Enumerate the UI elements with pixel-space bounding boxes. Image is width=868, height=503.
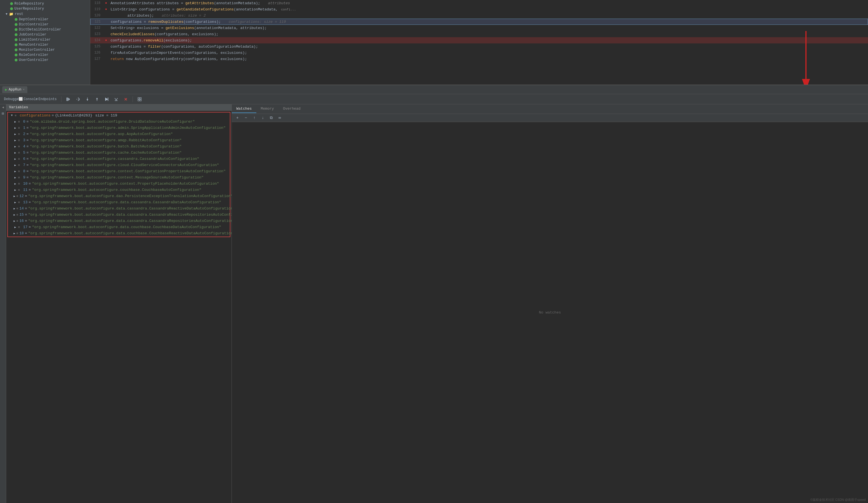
run-icon: ▶ [5,87,7,92]
var-item-7[interactable]: ▶ ≡ 7 = "org.springframework.boot.autoco… [8,162,230,168]
tree-item[interactable]: DictDetailController [0,27,90,32]
tree-item[interactable]: MonitorController [0,48,90,52]
copy-watch-btn[interactable]: ⧉ [268,115,275,121]
var-type-icon: ≡ [15,114,19,117]
add-watch-btn[interactable]: + [234,115,241,121]
var-icon: ≡ [18,120,22,124]
apprun-tab[interactable]: ▶ AppRun × [2,86,27,93]
breakpoint-icon: ● [105,7,107,11]
var-value: "org.springframework.boot.autoconfigure.… [28,212,231,217]
expand-icon[interactable]: ▶ [13,139,17,142]
remove-watch-btn[interactable]: − [242,115,249,121]
expand-icon[interactable]: ▶ [13,126,17,130]
var-item-17[interactable]: ▶ ≡ 17 = "org.springframework.boot.autoc… [8,224,230,230]
stop-btn[interactable] [122,96,130,103]
debugger-toolbar: Debugger ⬜ Console ⚡ Endpoints [0,94,868,104]
expand-icon[interactable]: ▶ [13,213,15,217]
runtoframe-btn[interactable] [103,96,111,103]
var-value: "org.springframework.boot.autoconfigure.… [28,206,231,211]
var-item-12[interactable]: ▶ ≡ 12 = "org.springframework.boot.autoc… [8,193,230,199]
endpoints-btn[interactable]: ⚡ Endpoints [34,96,58,103]
var-icon: ≡ [16,195,18,198]
tree-item[interactable]: RoleController [0,52,90,57]
grid-view-btn[interactable] [136,96,144,103]
var-item-2[interactable]: ▶ ≡ 2 = "org.springframework.boot.autoco… [8,131,230,137]
var-value: "org.springframework.boot.autoconfigure.… [28,231,231,235]
var-eq: = [25,194,27,198]
var-item-0[interactable]: ▶ ≡ 0 = "com.alibaba.druid.spring.boot.a… [8,119,230,125]
stepover-btn[interactable] [74,96,82,103]
variable-root[interactable]: ▼ ≡ configurations = {LinkedList@4263} s… [8,113,230,119]
watches-panel: Watches Memory Overhead + − ↑ [232,104,868,503]
dropframe-btn[interactable] [112,96,120,103]
tree-item[interactable]: LimitController [0,37,90,42]
stepinto-btn[interactable] [83,96,91,103]
apprun-tab-label: AppRun [9,88,21,92]
tree-folder[interactable]: ▼ 📁 rest [0,11,90,17]
tab-close-icon[interactable]: × [23,88,25,91]
var-item-11[interactable]: ▶ ≡ 11 = "org.springframework.boot.autoc… [8,187,230,193]
class-icon [15,18,18,21]
var-item-6[interactable]: ▶ ≡ 6 = "org.springframework.boot.autoco… [8,156,230,162]
var-item-4[interactable]: ▶ ≡ 4 = "org.springframework.boot.autoco… [8,144,230,150]
move-up-btn[interactable]: ↑ [251,115,258,121]
expand-icon[interactable]: ▶ [13,151,17,155]
tree-item-label: MenuController [19,43,49,47]
auto-watch-btn[interactable]: ∞ [276,115,283,121]
var-item-13[interactable]: ▶ ≡ 13 = "org.springframework.boot.autoc… [8,199,230,206]
var-item-16[interactable]: ▶ ≡ 16 = "org.springframework.boot.autoc… [8,218,230,224]
var-item-8[interactable]: ▶ ≡ 8 = "org.springframework.boot.autoco… [8,168,230,175]
collapse-button[interactable]: ◀ [2,105,4,109]
var-item-1[interactable]: ▶ ≡ 1 = "org.springframework.boot.autoco… [8,125,230,131]
tab-memory[interactable]: Memory [256,105,279,113]
tree-item[interactable]: UserController [0,57,90,63]
tree-item[interactable]: UserRepository [0,6,90,11]
expand-icon[interactable]: ▶ [13,207,15,210]
line-number: 119 [90,7,104,11]
expand-icon[interactable]: ▶ [13,133,17,136]
var-item-14[interactable]: ▶ ≡ 14 = "org.springframework.boot.autoc… [8,206,230,212]
var-item-9[interactable]: ▶ ≡ 9 = "org.springframework.boot.autoco… [8,175,230,181]
var-eq: = [27,132,29,136]
expand-icon[interactable]: ▶ [13,201,17,204]
filter-icon[interactable]: ⊟ [2,111,4,116]
var-item-3[interactable]: ▶ ≡ 3 = "org.springframework.boot.autoco… [8,137,230,144]
expand-icon[interactable]: ▶ [13,232,15,235]
variables-header: Variables [6,104,231,111]
expand-icon[interactable]: ▶ [13,219,15,223]
tree-item[interactable]: MenuController [0,42,90,48]
expand-icon[interactable]: ▶ [13,226,17,229]
resume-btn[interactable] [64,96,72,103]
var-item-5[interactable]: ▶ ≡ 5 = "org.springframework.boot.autoco… [8,150,230,156]
expand-icon[interactable]: ▶ [13,164,17,167]
tree-item[interactable]: DictController [0,22,90,27]
var-index: 0 [23,119,25,124]
expand-icon[interactable]: ▼ [10,114,13,117]
grid-icon [138,97,142,101]
tree-item[interactable]: JobController [0,32,90,37]
expand-icon[interactable]: ▶ [13,120,17,124]
expand-icon[interactable]: ▶ [13,170,17,173]
expand-icon[interactable]: ▶ [13,157,17,161]
expand-icon[interactable]: ▶ [13,145,17,148]
var-value: "org.springframework.boot.autoconfigure.… [32,200,221,205]
expand-icon[interactable]: ▶ [13,176,17,179]
var-index: 12 [19,194,24,198]
var-value: "org.springframework.boot.autoconfigure.… [28,219,231,223]
expand-icon[interactable]: ▶ [13,195,15,198]
tree-item[interactable]: DeptController [0,17,90,22]
stepout-btn[interactable] [93,96,101,103]
var-icon: ≡ [16,219,18,223]
copy-icon: ⧉ [270,116,273,120]
var-item-10[interactable]: ▶ ≡ 10 = "org.springframework.boot.autoc… [8,181,230,187]
watches-tabs: Watches Memory Overhead [232,104,868,114]
var-item-18[interactable]: ▶ ≡ 18 = "org.springframework.boot.autoc… [8,230,230,237]
move-down-btn[interactable]: ↓ [259,115,266,121]
tree-item[interactable]: RoleRepository [0,1,90,6]
var-item-15[interactable]: ▶ ≡ 15 = "org.springframework.boot.autoc… [8,212,230,218]
expand-icon[interactable]: ▶ [13,188,17,192]
tab-watches[interactable]: Watches [232,105,256,113]
expand-icon[interactable]: ▶ [13,182,17,186]
tab-overhead[interactable]: Overhead [278,105,305,113]
console-btn[interactable]: ⬜ Console [24,96,32,103]
